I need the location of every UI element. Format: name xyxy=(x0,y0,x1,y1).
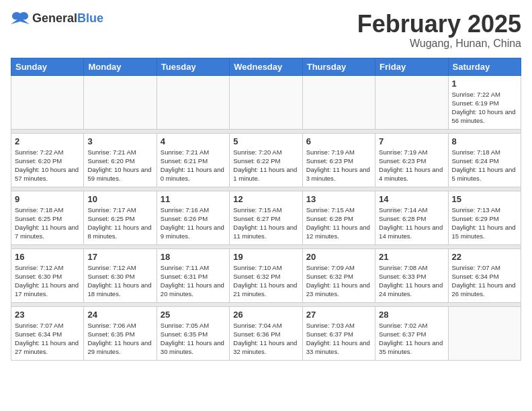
day-number: 4 xyxy=(161,136,226,146)
day-info: Sunrise: 7:18 AM Sunset: 6:25 PM Dayligh… xyxy=(15,205,80,241)
day-number: 10 xyxy=(87,194,152,204)
day-number: 11 xyxy=(161,194,226,204)
day-info: Sunrise: 7:05 AM Sunset: 6:35 PM Dayligh… xyxy=(161,321,226,357)
calendar-cell: 27Sunrise: 7:03 AM Sunset: 6:37 PM Dayli… xyxy=(302,306,375,360)
day-info: Sunrise: 7:16 AM Sunset: 6:26 PM Dayligh… xyxy=(161,205,226,241)
day-info: Sunrise: 7:19 AM Sunset: 6:23 PM Dayligh… xyxy=(306,148,371,183)
header-monday: Monday xyxy=(84,58,157,75)
day-number: 18 xyxy=(161,252,226,262)
day-number: 6 xyxy=(306,136,371,146)
calendar-cell: 22Sunrise: 7:07 AM Sunset: 6:34 PM Dayli… xyxy=(448,248,521,302)
header-saturday: Saturday xyxy=(448,58,521,75)
day-info: Sunrise: 7:11 AM Sunset: 6:31 PM Dayligh… xyxy=(161,263,226,299)
calendar-cell: 9Sunrise: 7:18 AM Sunset: 6:25 PM Daylig… xyxy=(11,191,84,244)
calendar-cell: 7Sunrise: 7:19 AM Sunset: 6:23 PM Daylig… xyxy=(375,133,448,187)
day-number: 19 xyxy=(233,252,298,262)
day-number: 27 xyxy=(306,310,371,320)
calendar-cell: 25Sunrise: 7:05 AM Sunset: 6:35 PM Dayli… xyxy=(157,306,229,360)
header-friday: Friday xyxy=(375,58,448,75)
day-number: 9 xyxy=(15,194,80,204)
calendar-cell: 8Sunrise: 7:18 AM Sunset: 6:24 PM Daylig… xyxy=(448,133,521,187)
day-info: Sunrise: 7:20 AM Sunset: 6:22 PM Dayligh… xyxy=(233,148,298,183)
header-wednesday: Wednesday xyxy=(230,58,302,75)
day-number: 20 xyxy=(306,252,371,262)
calendar: Sunday Monday Tuesday Wednesday Thursday… xyxy=(11,58,521,361)
calendar-cell: 6Sunrise: 7:19 AM Sunset: 6:23 PM Daylig… xyxy=(302,133,375,187)
calendar-cell xyxy=(11,75,84,129)
day-number: 1 xyxy=(452,79,517,89)
day-info: Sunrise: 7:06 AM Sunset: 6:35 PM Dayligh… xyxy=(87,321,152,357)
day-number: 3 xyxy=(87,136,152,146)
day-number: 13 xyxy=(306,194,371,204)
week-row-2: 2Sunrise: 7:22 AM Sunset: 6:20 PM Daylig… xyxy=(11,133,521,187)
day-info: Sunrise: 7:04 AM Sunset: 6:36 PM Dayligh… xyxy=(233,321,298,357)
calendar-cell: 11Sunrise: 7:16 AM Sunset: 6:26 PM Dayli… xyxy=(157,191,229,244)
day-info: Sunrise: 7:13 AM Sunset: 6:29 PM Dayligh… xyxy=(452,205,517,241)
week-row-5: 23Sunrise: 7:07 AM Sunset: 6:34 PM Dayli… xyxy=(11,306,521,360)
calendar-cell xyxy=(84,75,157,129)
calendar-cell: 10Sunrise: 7:17 AM Sunset: 6:25 PM Dayli… xyxy=(84,191,157,244)
calendar-cell: 1Sunrise: 7:22 AM Sunset: 6:19 PM Daylig… xyxy=(448,75,521,129)
calendar-cell: 24Sunrise: 7:06 AM Sunset: 6:35 PM Dayli… xyxy=(84,306,157,360)
day-info: Sunrise: 7:08 AM Sunset: 6:33 PM Dayligh… xyxy=(379,263,444,299)
calendar-cell: 12Sunrise: 7:15 AM Sunset: 6:27 PM Dayli… xyxy=(230,191,302,244)
day-number: 14 xyxy=(379,194,444,204)
day-info: Sunrise: 7:14 AM Sunset: 6:28 PM Dayligh… xyxy=(379,205,444,241)
day-number: 17 xyxy=(87,252,152,262)
week-row-4: 16Sunrise: 7:12 AM Sunset: 6:30 PM Dayli… xyxy=(11,248,521,302)
day-number: 12 xyxy=(233,194,298,204)
calendar-cell xyxy=(230,75,302,129)
calendar-cell: 16Sunrise: 7:12 AM Sunset: 6:30 PM Dayli… xyxy=(11,248,84,302)
day-number: 28 xyxy=(379,310,444,320)
day-number: 7 xyxy=(379,136,444,146)
day-info: Sunrise: 7:15 AM Sunset: 6:27 PM Dayligh… xyxy=(233,205,298,241)
week-row-3: 9Sunrise: 7:18 AM Sunset: 6:25 PM Daylig… xyxy=(11,191,521,244)
day-info: Sunrise: 7:07 AM Sunset: 6:34 PM Dayligh… xyxy=(15,321,80,357)
week-row-1: 1Sunrise: 7:22 AM Sunset: 6:19 PM Daylig… xyxy=(11,75,521,129)
day-info: Sunrise: 7:21 AM Sunset: 6:20 PM Dayligh… xyxy=(87,148,152,183)
calendar-cell: 3Sunrise: 7:21 AM Sunset: 6:20 PM Daylig… xyxy=(84,133,157,187)
day-number: 5 xyxy=(233,136,298,146)
day-info: Sunrise: 7:02 AM Sunset: 6:37 PM Dayligh… xyxy=(379,321,444,357)
logo: GeneralBlue xyxy=(11,11,103,26)
header-thursday: Thursday xyxy=(302,58,375,75)
calendar-cell xyxy=(157,75,229,129)
calendar-cell: 18Sunrise: 7:11 AM Sunset: 6:31 PM Dayli… xyxy=(157,248,229,302)
calendar-cell: 5Sunrise: 7:20 AM Sunset: 6:22 PM Daylig… xyxy=(230,133,302,187)
calendar-cell: 20Sunrise: 7:09 AM Sunset: 6:32 PM Dayli… xyxy=(302,248,375,302)
calendar-cell: 19Sunrise: 7:10 AM Sunset: 6:32 PM Dayli… xyxy=(230,248,302,302)
calendar-cell xyxy=(302,75,375,129)
day-info: Sunrise: 7:10 AM Sunset: 6:32 PM Dayligh… xyxy=(233,263,298,299)
day-number: 16 xyxy=(15,252,80,262)
day-number: 8 xyxy=(452,136,517,146)
day-info: Sunrise: 7:12 AM Sunset: 6:30 PM Dayligh… xyxy=(87,263,152,299)
day-number: 26 xyxy=(233,310,298,320)
calendar-cell: 15Sunrise: 7:13 AM Sunset: 6:29 PM Dayli… xyxy=(448,191,521,244)
header-tuesday: Tuesday xyxy=(157,58,229,75)
day-number: 22 xyxy=(452,252,517,262)
calendar-cell: 14Sunrise: 7:14 AM Sunset: 6:28 PM Dayli… xyxy=(375,191,448,244)
calendar-cell: 4Sunrise: 7:21 AM Sunset: 6:21 PM Daylig… xyxy=(157,133,229,187)
calendar-cell: 28Sunrise: 7:02 AM Sunset: 6:37 PM Dayli… xyxy=(375,306,448,360)
day-info: Sunrise: 7:22 AM Sunset: 6:20 PM Dayligh… xyxy=(15,148,80,183)
day-info: Sunrise: 7:19 AM Sunset: 6:23 PM Dayligh… xyxy=(379,148,444,183)
header-sunday: Sunday xyxy=(11,58,84,75)
day-info: Sunrise: 7:22 AM Sunset: 6:19 PM Dayligh… xyxy=(452,90,517,126)
calendar-cell xyxy=(375,75,448,129)
logo-bird-icon xyxy=(11,11,30,26)
calendar-cell: 21Sunrise: 7:08 AM Sunset: 6:33 PM Dayli… xyxy=(375,248,448,302)
header: GeneralBlue February 2025 Wugang, Hunan,… xyxy=(11,11,521,50)
day-info: Sunrise: 7:18 AM Sunset: 6:24 PM Dayligh… xyxy=(452,148,517,183)
day-info: Sunrise: 7:03 AM Sunset: 6:37 PM Dayligh… xyxy=(306,321,371,357)
location-title: Wugang, Hunan, China xyxy=(357,38,521,50)
day-number: 15 xyxy=(452,194,517,204)
day-info: Sunrise: 7:12 AM Sunset: 6:30 PM Dayligh… xyxy=(15,263,80,299)
calendar-cell xyxy=(448,306,521,360)
logo-blue: Blue xyxy=(77,11,103,25)
day-number: 2 xyxy=(15,136,80,146)
calendar-cell: 26Sunrise: 7:04 AM Sunset: 6:36 PM Dayli… xyxy=(230,306,302,360)
day-info: Sunrise: 7:17 AM Sunset: 6:25 PM Dayligh… xyxy=(87,205,152,241)
day-info: Sunrise: 7:21 AM Sunset: 6:21 PM Dayligh… xyxy=(161,148,226,183)
calendar-cell: 23Sunrise: 7:07 AM Sunset: 6:34 PM Dayli… xyxy=(11,306,84,360)
day-info: Sunrise: 7:09 AM Sunset: 6:32 PM Dayligh… xyxy=(306,263,371,299)
